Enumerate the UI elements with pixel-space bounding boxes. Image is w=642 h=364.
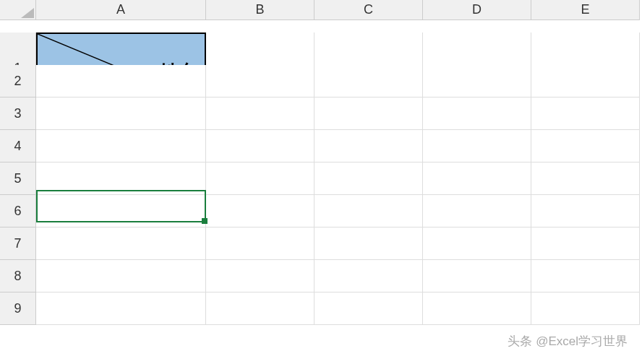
cell-A6[interactable]	[36, 195, 206, 228]
cell-C8[interactable]	[314, 260, 423, 292]
cell-D7[interactable]	[423, 228, 531, 260]
cell-E8[interactable]	[531, 260, 640, 292]
cell-E6[interactable]	[531, 195, 640, 228]
cell-A5[interactable]	[36, 162, 206, 195]
column-header-C[interactable]: C	[314, 0, 423, 20]
cell-B3[interactable]	[206, 98, 314, 130]
row-header-7[interactable]: 7	[0, 228, 36, 260]
cell-B2[interactable]	[206, 65, 314, 98]
column-header-D[interactable]: D	[423, 0, 531, 20]
row-header-3[interactable]: 3	[0, 98, 36, 130]
cell-E5[interactable]	[531, 162, 640, 195]
column-header-A[interactable]: A	[36, 0, 206, 20]
cell-D3[interactable]	[423, 98, 531, 130]
column-header-E[interactable]: E	[531, 0, 640, 20]
cell-C7[interactable]	[314, 228, 423, 260]
cell-B7[interactable]	[206, 228, 314, 260]
cell-D8[interactable]	[423, 260, 531, 292]
cell-A2[interactable]	[36, 65, 206, 98]
cell-C6[interactable]	[314, 195, 423, 228]
cell-C3[interactable]	[314, 98, 423, 130]
row-header-8[interactable]: 8	[0, 260, 36, 292]
cell-B4[interactable]	[206, 130, 314, 162]
cell-B6[interactable]	[206, 195, 314, 228]
cell-E9[interactable]	[531, 292, 640, 325]
cell-D2[interactable]	[423, 65, 531, 98]
row-header-9[interactable]: 9	[0, 292, 36, 325]
cell-C5[interactable]	[314, 162, 423, 195]
spreadsheet-grid: A B C D E 1 班级 姓名 2 3 4	[0, 0, 642, 325]
select-all-corner[interactable]	[0, 0, 36, 20]
cell-E4[interactable]	[531, 130, 640, 162]
cell-C9[interactable]	[314, 292, 423, 325]
row-header-5[interactable]: 5	[0, 162, 36, 195]
cell-B8[interactable]	[206, 260, 314, 292]
cell-D4[interactable]	[423, 130, 531, 162]
cell-E7[interactable]	[531, 228, 640, 260]
watermark-text: 头条 @Excel学习世界	[508, 333, 628, 350]
cell-A7[interactable]	[36, 228, 206, 260]
cell-E3[interactable]	[531, 98, 640, 130]
cell-C4[interactable]	[314, 130, 423, 162]
cell-B5[interactable]	[206, 162, 314, 195]
cell-A9[interactable]	[36, 292, 206, 325]
cell-A3[interactable]	[36, 98, 206, 130]
select-all-icon	[21, 8, 34, 18]
column-header-B[interactable]: B	[206, 0, 314, 20]
cell-C2[interactable]	[314, 65, 423, 98]
row-header-4[interactable]: 4	[0, 130, 36, 162]
cell-D5[interactable]	[423, 162, 531, 195]
cell-E2[interactable]	[531, 65, 640, 98]
cell-A4[interactable]	[36, 130, 206, 162]
cell-D6[interactable]	[423, 195, 531, 228]
cell-B9[interactable]	[206, 292, 314, 325]
row-header-6[interactable]: 6	[0, 195, 36, 228]
row-header-2[interactable]: 2	[0, 65, 36, 98]
cell-D9[interactable]	[423, 292, 531, 325]
cell-A8[interactable]	[36, 260, 206, 292]
